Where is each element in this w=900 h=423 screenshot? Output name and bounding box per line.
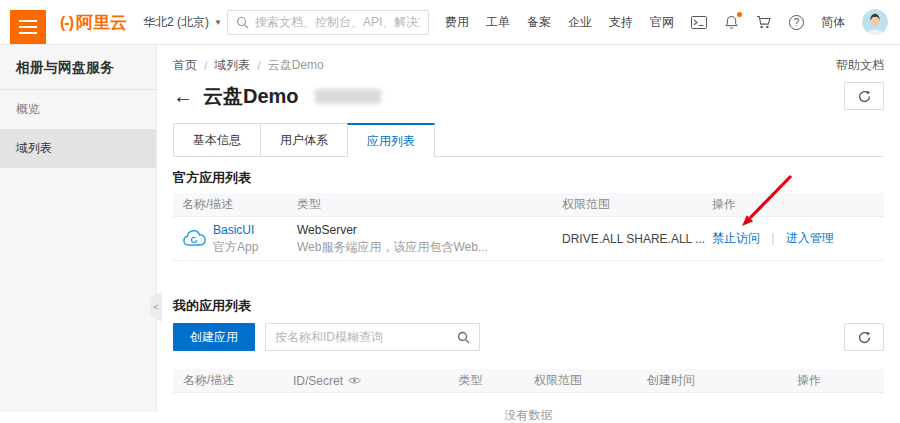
breadcrumb-current: 云盘Demo (268, 57, 324, 74)
col-type: 类型 (297, 196, 562, 213)
col-name-desc: 名称/描述 (173, 196, 297, 213)
app-badge: 官方App (213, 240, 258, 254)
topnav-item[interactable]: 工单 (486, 14, 510, 31)
col-scope: 权限范围 (508, 372, 608, 389)
breadcrumb-row: 首页 / 域列表 / 云盘Demo 帮助文档 (173, 57, 884, 74)
topnav-item[interactable]: 企业 (568, 14, 592, 31)
app-type-desc: Web服务端应用，该应用包含Web... (297, 240, 562, 254)
cloud-app-icon (182, 230, 206, 247)
hamburger-menu-button[interactable] (10, 10, 46, 44)
col-created-time: 创建时间 (608, 372, 734, 389)
app-scope: DRIVE.ALL SHARE.ALL ... (562, 232, 712, 246)
col-actions: 操作 (712, 196, 884, 213)
col-actions: 操作 (734, 372, 884, 389)
region-label: 华北2 (北京) (143, 14, 209, 31)
sidebar: 相册与网盘服务 概览 域列表 (0, 45, 157, 412)
global-search-input[interactable] (255, 15, 420, 29)
table-header-row: 名称/描述 ID/Secret 类型 权限范围 创建时间 操作 (173, 369, 884, 393)
help-docs-link[interactable]: 帮助文档 (836, 57, 884, 74)
enter-manage-link[interactable]: 进入管理 (786, 231, 834, 245)
title-row: ← 云盘Demo (173, 82, 884, 110)
language-switch[interactable]: 简体 (821, 14, 845, 31)
app-search-box[interactable] (265, 323, 480, 351)
tab-app-list[interactable]: 应用列表 (347, 123, 435, 157)
create-app-button[interactable]: 创建应用 (173, 323, 255, 351)
console-terminal-icon[interactable] (691, 16, 707, 29)
col-id-secret: ID/Secret (283, 374, 433, 388)
my-app-table: 名称/描述 ID/Secret 类型 权限范围 创建时间 操作 没有数据 (173, 369, 884, 423)
app-search-input[interactable] (275, 330, 451, 344)
breadcrumb: 首页 / 域列表 / 云盘Demo (173, 57, 324, 74)
avatar[interactable] (862, 9, 888, 35)
table-header-row: 名称/描述 类型 权限范围 操作 (173, 193, 884, 217)
refresh-button[interactable] (844, 82, 884, 110)
topnav-item[interactable]: 官网 (650, 14, 674, 31)
redacted-domain-id (315, 89, 381, 104)
official-app-table: 名称/描述 类型 权限范围 操作 BasicUI 官方App (173, 193, 884, 261)
search-icon (457, 331, 470, 344)
main-area: 相册与网盘服务 概览 域列表 < 首页 / 域列表 / 云盘Demo 帮助文档 … (0, 45, 900, 423)
global-search[interactable] (227, 10, 429, 35)
refresh-button[interactable] (844, 323, 884, 351)
chevron-down-icon: ▼ (214, 18, 222, 27)
topnav: 费用 工单 备案 企业 支持 官网 ? 简 (445, 9, 888, 35)
tab-basic-info[interactable]: 基本信息 (173, 123, 261, 156)
app-type: WebServer (297, 223, 562, 237)
help-question-icon[interactable]: ? (789, 15, 804, 30)
sidebar-item-overview[interactable]: 概览 (0, 90, 156, 129)
aliyun-logo[interactable]: (-) 阿里云 (60, 11, 127, 34)
topbar: (-) 阿里云 华北2 (北京) ▼ 费用 工单 备案 企业 支持 官网 (0, 0, 900, 45)
col-name-desc: 名称/描述 (173, 372, 283, 389)
sidebar-title: 相册与网盘服务 (0, 45, 156, 90)
empty-state: 没有数据 (173, 407, 884, 423)
breadcrumb-home[interactable]: 首页 (173, 57, 197, 74)
page-title: 云盘Demo (203, 83, 299, 110)
aliyun-logo-mark: (-) (60, 14, 73, 32)
app-actions: 禁止访问 | 进入管理 (712, 230, 884, 247)
col-scope: 权限范围 (562, 196, 712, 213)
my-app-toolbar: 创建应用 (173, 319, 884, 355)
content: < 首页 / 域列表 / 云盘Demo 帮助文档 ← 云盘Demo (157, 45, 900, 423)
topnav-item[interactable]: 支持 (609, 14, 633, 31)
col-type: 类型 (433, 372, 508, 389)
breadcrumb-separator: / (257, 59, 260, 73)
notification-badge (737, 12, 742, 17)
table-row: BasicUI 官方App WebServer Web服务端应用，该应用包含We… (173, 217, 884, 261)
my-app-list-title: 我的应用列表 (173, 297, 884, 315)
app-name-cell: BasicUI 官方App (182, 223, 297, 254)
sidebar-item-domain-list[interactable]: 域列表 (0, 129, 156, 168)
breadcrumb-separator: / (204, 59, 207, 73)
official-app-list-title: 官方应用列表 (173, 169, 884, 187)
cart-icon[interactable] (756, 15, 772, 30)
topnav-item[interactable]: 备案 (527, 14, 551, 31)
aliyun-logo-text: 阿里云 (76, 11, 127, 34)
refresh-icon (858, 90, 871, 103)
hamburger-icon (19, 20, 37, 22)
tab-bar: 基本信息 用户体系 应用列表 (173, 123, 884, 157)
breadcrumb-domain-list[interactable]: 域列表 (214, 57, 250, 74)
app-name-link[interactable]: BasicUI (213, 223, 258, 237)
region-selector[interactable]: 华北2 (北京) ▼ (143, 14, 222, 31)
action-separator: | (771, 231, 774, 245)
eye-icon[interactable] (348, 376, 361, 385)
search-icon (236, 16, 249, 29)
disable-access-link[interactable]: 禁止访问 (712, 231, 760, 245)
back-arrow-icon[interactable]: ← (173, 86, 193, 106)
refresh-icon (858, 331, 871, 344)
topnav-item[interactable]: 费用 (445, 14, 469, 31)
tab-user-system[interactable]: 用户体系 (260, 123, 348, 156)
notification-bell-icon[interactable] (724, 15, 739, 30)
